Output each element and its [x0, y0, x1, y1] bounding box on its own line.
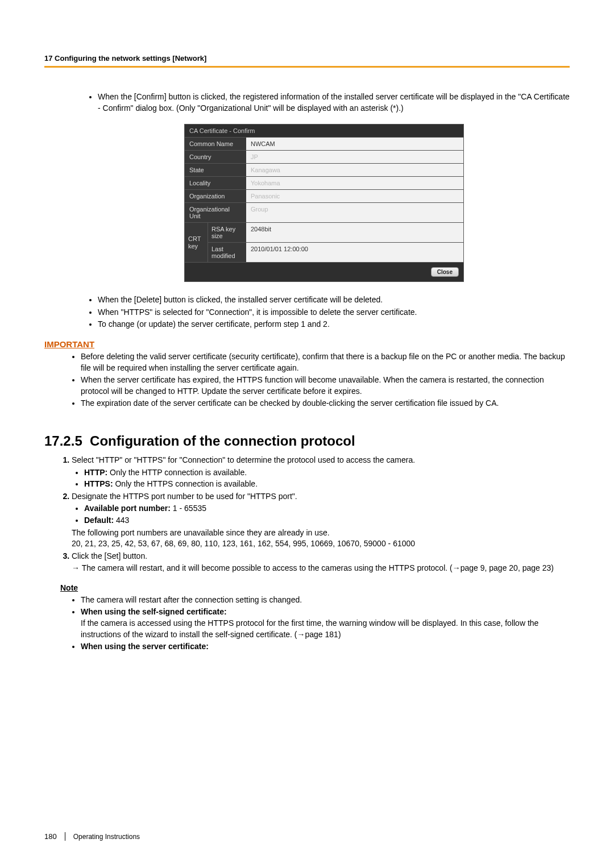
row-state: State Kanagawa	[185, 163, 463, 176]
row-country: Country JP	[185, 150, 463, 163]
intro-bullets: When the [Confirm] button is clicked, th…	[78, 92, 570, 114]
label-org-unit: Organizational Unit	[185, 203, 246, 222]
row-locality: Locality Yokohama	[185, 176, 463, 189]
row-organization: Organization Panasonic	[185, 189, 463, 202]
row-org-unit: Organizational Unit Group	[185, 202, 463, 222]
page-header: 17 Configuring the network settings [Net…	[44, 54, 570, 68]
label-locality: Locality	[185, 177, 246, 189]
section-heading: 17.2.5 Configuration of the connection p…	[44, 433, 570, 449]
value-locality: Yokohama	[246, 177, 463, 189]
step-3-text: Click the [Set] button.	[72, 551, 147, 560]
important-bullet: Before deleting the valid server certifi…	[81, 351, 570, 373]
value-rsa-size: 2048bit	[246, 223, 463, 242]
label-state: State	[185, 164, 246, 176]
label-crt-key: CRT key	[185, 223, 208, 262]
post-dialog-bullets: When the [Delete] button is clicked, the…	[78, 294, 570, 330]
dialog-footer: Close	[185, 262, 463, 281]
value-last-modified: 2010/01/01 12:00:00	[246, 243, 463, 262]
step-1-https: HTTPS: Only the HTTPS connection is avai…	[84, 479, 570, 490]
step-2-port: Available port number: 1 - 65535	[84, 503, 570, 514]
post-bullet: When "HTTPS" is selected for "Connection…	[98, 307, 570, 318]
value-common-name: NWCAM	[246, 138, 463, 150]
dialog-title: CA Certificate - Confirm	[185, 124, 463, 137]
page-footer: 180Operating Instructions	[44, 832, 140, 841]
label-last-modified: Last modified	[208, 243, 246, 262]
step-2-unavail2: 20, 21, 23, 25, 42, 53, 67, 68, 69, 80, …	[72, 539, 415, 548]
post-bullet: To change (or update) the server certifi…	[98, 319, 570, 330]
step-3-arrow: → The camera will restart, and it will b…	[72, 563, 570, 574]
note-bullet-server-cert: When using the server certificate:	[81, 641, 570, 653]
note-bullet: The camera will restart after the connec…	[81, 595, 570, 606]
section-number: 17.2.5	[44, 433, 82, 448]
label-country: Country	[185, 151, 246, 163]
step-3: Click the [Set] button. → The camera wil…	[72, 551, 570, 574]
label-organization: Organization	[185, 190, 246, 202]
row-common-name: Common Name NWCAM	[185, 137, 463, 150]
step-2-default: Default: 443	[84, 515, 570, 526]
value-state: Kanagawa	[246, 164, 463, 176]
important-bullet: When the server certificate has expired,…	[81, 375, 570, 397]
page-number: 180	[44, 832, 65, 841]
value-organization: Panasonic	[246, 190, 463, 202]
note-bullet-self-signed: When using the self-signed certificate: …	[81, 607, 570, 640]
close-button[interactable]: Close	[431, 267, 459, 277]
value-country: JP	[246, 151, 463, 163]
value-org-unit: Group	[246, 203, 463, 222]
steps-list: Select "HTTP" or "HTTPS" for "Connection…	[44, 455, 570, 574]
note-bullets: The camera will restart after the connec…	[61, 595, 570, 653]
label-rsa-size: RSA key size	[208, 223, 246, 242]
section-title: Configuration of the connection protocol	[90, 433, 355, 448]
row-crt-key: CRT key RSA key size 2048bit Last modifi…	[185, 222, 463, 262]
note-heading: Note	[60, 583, 570, 592]
step-1: Select "HTTP" or "HTTPS" for "Connection…	[72, 455, 570, 490]
intro-bullet: When the [Confirm] button is clicked, th…	[98, 92, 570, 114]
step-1-http: HTTP: Only the HTTP connection is availa…	[84, 467, 570, 479]
label-common-name: Common Name	[185, 138, 246, 150]
important-bullet: The expiration date of the server certif…	[81, 398, 570, 409]
important-bullets: Before deleting the valid server certifi…	[61, 351, 570, 409]
ca-confirm-dialog: CA Certificate - Confirm Common Name NWC…	[184, 124, 464, 282]
step-1-text: Select "HTTP" or "HTTPS" for "Connection…	[72, 455, 415, 464]
step-2-text: Designate the HTTPS port number to be us…	[72, 492, 297, 501]
step-2-unavail1: The following port numbers are unavailab…	[72, 528, 330, 537]
post-bullet: When the [Delete] button is clicked, the…	[98, 294, 570, 306]
important-heading: IMPORTANT	[44, 339, 570, 349]
footer-label: Operating Instructions	[73, 833, 140, 841]
step-2: Designate the HTTPS port number to be us…	[72, 491, 570, 550]
